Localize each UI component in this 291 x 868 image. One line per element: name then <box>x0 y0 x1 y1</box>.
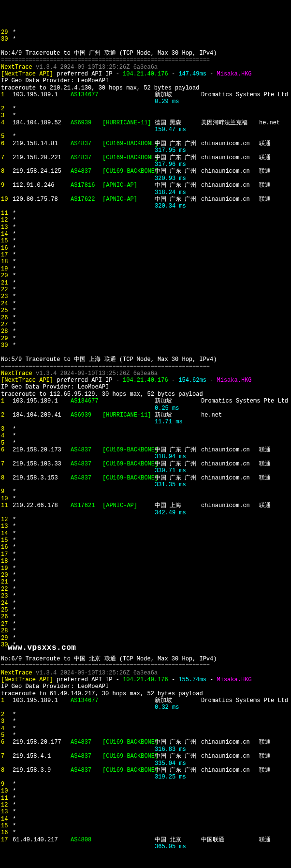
nexttrace-label: NextTrace <box>1 670 32 676</box>
hop-ip: 103.195.189.1 <box>13 91 71 98</box>
hop-network: [CU169-BACKBONE] <box>102 168 155 175</box>
hop-timeout: * <box>13 718 16 725</box>
hop-isp: 联通 <box>259 461 271 467</box>
terminal-line: 330.71 ms <box>1 467 291 474</box>
terminal-line: 18* <box>1 558 291 565</box>
hop-number: 25 <box>1 607 13 614</box>
hop-latency: 331.35 ms <box>155 481 186 488</box>
hop-number: 11 <box>1 795 13 802</box>
hop-org: chinaunicom.cn <box>201 461 259 467</box>
hop-timeout: * <box>13 579 16 585</box>
terminal-line: 365.05 ms <box>1 843 291 850</box>
terminal-line: 319.25 ms <box>1 774 291 780</box>
hop-number: 17 <box>1 252 13 258</box>
hop-network: [CU169-BACKBONE] <box>102 739 155 746</box>
terminal-line: IP Geo Data Provider: LeoMoeAPI <box>1 384 291 390</box>
terminal-line: 5* <box>1 732 291 739</box>
hop-number: 7 <box>1 154 13 161</box>
hop-latency: 335.04 ms <box>155 760 186 767</box>
terminal-line: traceroute to 61.49.140.217, 30 hops max… <box>1 690 291 697</box>
hop-network: [CU169-BACKBONE] <box>102 461 155 467</box>
terminal-line: 13* <box>1 224 291 231</box>
trace-title: No:6/9 Traceroute to 中国 北京 联通 (TCP Mode,… <box>1 656 217 662</box>
terminal-line: 18* <box>1 258 291 265</box>
terminal-line: 13* <box>1 523 291 530</box>
terminal-line: 16* <box>1 245 291 252</box>
hop-number: 23 <box>1 293 13 300</box>
terminal-line: 10* <box>1 495 291 502</box>
hop-number: 15 <box>1 537 13 544</box>
hop-location: 新加坡 <box>155 412 201 419</box>
hop-isp: 联通 <box>259 182 271 189</box>
terminal-line: 19* <box>1 565 291 572</box>
hop-number: 6 <box>1 739 13 746</box>
hop-number: 17 <box>1 837 13 843</box>
terminal-line: 1103.195.189.1AS134677新加坡Dromatics Syste… <box>1 697 291 704</box>
terminal-line: ========================================… <box>1 662 291 669</box>
hop-number: 9 <box>1 182 13 189</box>
hop-network: [HURRICANE-11] <box>102 412 155 419</box>
terminal-line: [NextTrace API] preferred API IP - 104.2… <box>1 676 291 683</box>
hop-timeout: * <box>13 725 16 732</box>
separator: ========================================… <box>1 363 210 370</box>
terminal-line: [NextTrace API] preferred API IP - 104.2… <box>1 71 291 77</box>
terminal-line: 1103.195.189.1AS134677新加坡Dromatics Syste… <box>1 91 291 98</box>
api-label: [NextTrace API] <box>1 71 53 77</box>
terminal-line: 317.95 ms <box>1 147 291 154</box>
hop-timeout: * <box>13 238 16 244</box>
terminal-line: 21* <box>1 280 291 286</box>
hop-timeout: * <box>13 328 16 335</box>
hop-timeout: * <box>13 621 16 628</box>
hop-timeout: * <box>13 280 16 286</box>
hop-network: [CU169-BACKBONE] <box>102 753 155 760</box>
terminal-line: 14* <box>1 231 291 238</box>
hop-org: chinaunicom.cn <box>201 182 259 189</box>
hop-location: 中国 广东 广州 <box>155 154 201 161</box>
hop-timeout: * <box>13 544 16 551</box>
hop-number: 2 <box>1 412 13 419</box>
terminal-line: traceroute to 112.65.95.129, 30 hops max… <box>1 391 291 398</box>
hop-latency: 150.47 ms <box>155 126 186 133</box>
hop-location: 中国 广东 广州 <box>155 182 201 189</box>
hop-latency: 365.05 ms <box>155 843 186 850</box>
terminal-line: 10* <box>1 788 291 794</box>
hop-number: 9 <box>1 488 13 495</box>
terminal-line <box>1 43 291 49</box>
terminal-line: 29* <box>1 29 291 36</box>
hop-number: 21 <box>1 579 13 585</box>
hop-network: [APNIC-AP] <box>102 196 155 203</box>
terminal-line: 6219.158.14.81AS4837[CU169-BACKBONE]中国 广… <box>1 140 291 147</box>
terminal-line: 6219.158.20.177AS4837[CU169-BACKBONE]中国 … <box>1 739 291 746</box>
hop-latency: 317.96 ms <box>155 161 186 168</box>
hop-timeout: * <box>13 607 16 614</box>
hop-asn: AS17816 <box>71 182 102 189</box>
hop-ip: 219.158.14.81 <box>13 140 71 147</box>
hop-ip: 219.158.103.33 <box>13 461 71 467</box>
hop-latency: 342.49 ms <box>155 509 186 516</box>
terminal-line: ========================================… <box>1 57 291 63</box>
hop-timeout: * <box>13 537 16 544</box>
terminal-line: 342.49 ms <box>1 509 291 516</box>
hop-number: 1 <box>1 697 13 704</box>
hop-org: chinaunicom.cn <box>201 767 259 774</box>
terminal-line: IP Geo Data Provider: LeoMoeAPI <box>1 77 291 84</box>
terminal-line: 320.93 ms <box>1 175 291 182</box>
terminal-line: 9* <box>1 488 291 495</box>
terminal-line: 9112.91.0.246AS17816[APNIC-AP]中国 广东 广州ch… <box>1 182 291 189</box>
terminal-line: 17* <box>1 551 291 558</box>
hop-number: 12 <box>1 516 13 523</box>
terminal-line: 3* <box>1 426 291 433</box>
hop-number: 14 <box>1 816 13 823</box>
hop-asn: AS4837 <box>71 767 102 774</box>
hop-timeout: * <box>13 321 16 328</box>
hop-timeout: * <box>13 335 16 342</box>
hop-asn: AS4837 <box>71 461 102 467</box>
hop-isp: 联通 <box>259 447 271 453</box>
hop-timeout: * <box>13 732 16 739</box>
hop-number: 29 <box>1 335 13 342</box>
hop-latency: 318.94 ms <box>155 453 186 460</box>
hop-number: 21 <box>1 280 13 286</box>
hop-asn: AS134677 <box>71 697 102 704</box>
hop-timeout: * <box>13 551 16 558</box>
hop-number: 13 <box>1 523 13 530</box>
